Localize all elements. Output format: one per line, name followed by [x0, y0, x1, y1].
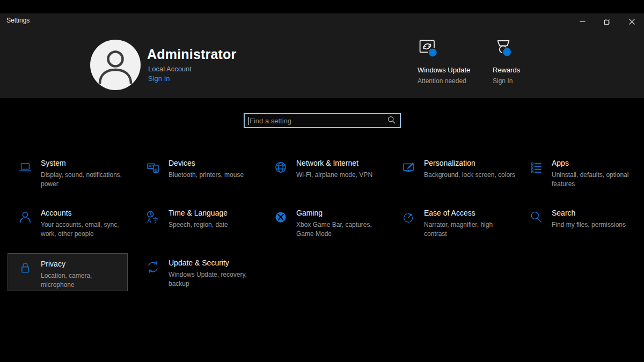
account-type: Local Account	[148, 65, 192, 73]
category-title: System	[41, 159, 133, 167]
category-subtitle: Your accounts, email, sync, work, other …	[41, 220, 133, 239]
account-sign-in-link[interactable]: Sign In	[148, 75, 170, 83]
category-subtitle: Bluetooth, printers, mouse	[169, 171, 244, 180]
minimize-icon	[580, 19, 586, 25]
category-subtitle: Xbox Game Bar, captures, Game Mode	[296, 220, 389, 239]
magnifier-icon	[387, 116, 396, 126]
restore-icon	[604, 19, 610, 25]
sync-icon	[145, 259, 160, 275]
avatar[interactable]	[90, 40, 141, 90]
category-subtitle: Display, sound, notifications, power	[41, 171, 133, 189]
category-tile-apps[interactable]: AppsUninstall, defaults, optional featur…	[518, 149, 644, 199]
category-subtitle: Uninstall, defaults, optional features	[552, 171, 644, 189]
globe-icon	[273, 159, 288, 175]
xbox-icon	[273, 209, 288, 225]
category-tile-network[interactable]: Network & InternetWi-Fi, airplane mode, …	[263, 149, 391, 199]
laptop-icon	[18, 159, 33, 175]
category-tile-devices[interactable]: DevicesBluetooth, printers, mouse	[135, 149, 263, 199]
status-subtext: Attention needed	[418, 77, 503, 85]
category-title: Ease of Access	[424, 209, 516, 217]
status-label: Windows Update	[418, 66, 503, 74]
window-title: Settings	[6, 17, 30, 24]
window-controls	[570, 13, 644, 29]
category-tile-personalization[interactable]: PersonalizationBackground, lock screen, …	[391, 149, 518, 199]
category-subtitle: Narrator, magnifier, high contrast	[424, 220, 516, 239]
search-box[interactable]	[244, 113, 401, 128]
category-title: Apps	[552, 159, 644, 167]
close-icon	[629, 19, 635, 25]
category-title: Network & Internet	[296, 159, 372, 167]
clock-language-icon	[145, 209, 160, 225]
category-title: Privacy	[41, 260, 127, 268]
category-tile-update-security[interactable]: Update & SecurityWindows Update, recover…	[135, 249, 263, 299]
person-icon	[18, 209, 33, 225]
devices-icon	[145, 159, 160, 175]
category-tile-search[interactable]: SearchFind my files, permissions	[518, 199, 644, 249]
category-tile-system[interactable]: SystemDisplay, sound, notifications, pow…	[8, 149, 135, 199]
settings-category-grid: SystemDisplay, sound, notifications, pow…	[8, 149, 644, 299]
category-subtitle: Location, camera, microphone	[41, 271, 127, 290]
windows-update-status[interactable]: Windows Update Attention needed	[418, 38, 503, 85]
category-tile-time-language[interactable]: Time & LanguageSpeech, region, date	[135, 199, 263, 249]
category-subtitle: Speech, region, date	[169, 220, 228, 230]
category-title: Accounts	[41, 209, 133, 217]
lock-icon	[18, 260, 33, 276]
ease-of-access-icon	[401, 209, 416, 225]
windows-update-icon	[418, 38, 503, 61]
display-brush-icon	[401, 159, 416, 175]
minimize-button[interactable]	[570, 13, 595, 29]
category-tile-privacy[interactable]: PrivacyLocation, camera, microphone	[8, 253, 128, 291]
category-title: Personalization	[424, 159, 515, 167]
status-label: Rewards	[493, 66, 579, 74]
category-subtitle: Background, lock screen, colors	[424, 171, 515, 180]
category-tile-gaming[interactable]: GamingXbox Game Bar, captures, Game Mode	[263, 199, 391, 249]
restore-button[interactable]	[595, 13, 619, 29]
category-title: Update & Security	[169, 258, 261, 267]
rewards-status[interactable]: Rewards Sign In	[493, 38, 579, 85]
account-name: Administrator	[147, 47, 237, 62]
magnifier-icon	[529, 209, 544, 225]
app-list-icon	[529, 159, 544, 175]
category-subtitle: Find my files, permissions	[552, 220, 626, 230]
close-button[interactable]	[619, 13, 644, 29]
category-tile-accounts[interactable]: AccountsYour accounts, email, sync, work…	[8, 199, 135, 249]
category-title: Devices	[169, 159, 244, 167]
category-tile-ease-of-access[interactable]: Ease of AccessNarrator, magnifier, high …	[391, 199, 518, 249]
status-subtext: Sign In	[493, 77, 579, 85]
category-subtitle: Wi-Fi, airplane mode, VPN	[296, 171, 372, 180]
category-subtitle: Windows Update, recovery, backup	[169, 270, 261, 289]
category-title: Gaming	[296, 209, 389, 217]
category-title: Time & Language	[169, 209, 228, 217]
category-title: Search	[552, 209, 626, 217]
search-input[interactable]	[249, 117, 387, 125]
rewards-medal-icon	[493, 38, 579, 61]
